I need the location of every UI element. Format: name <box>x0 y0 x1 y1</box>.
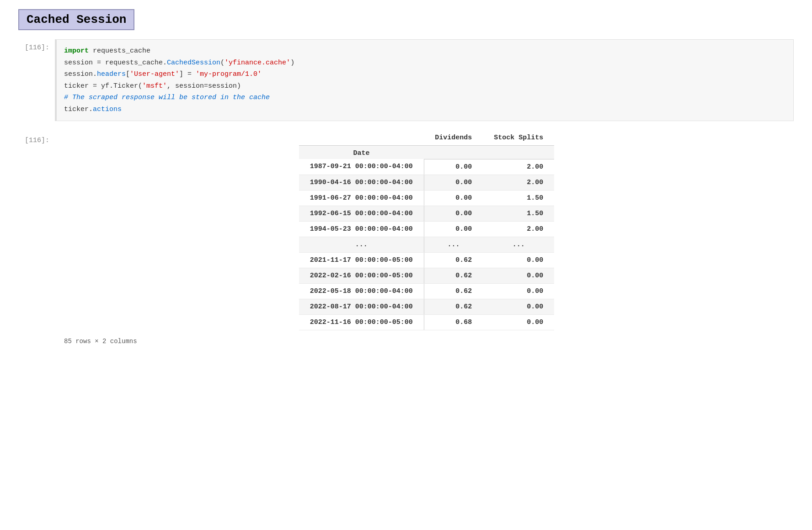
code-comment: # The scraped response will be stored in… <box>64 94 270 101</box>
keyword-import: import <box>64 47 89 55</box>
str-msft: 'msft' <box>142 82 167 90</box>
dividends-cell: 0.00 <box>424 221 483 237</box>
input-cell: [116]: import requests_cache session = r… <box>18 39 794 121</box>
splits-cell: 0.00 <box>483 268 554 283</box>
col-header-dividends: Dividends <box>424 132 483 146</box>
str-yfinance-cache: 'yfinance.cache' <box>224 59 290 67</box>
code-line-4: ticker = yf.Ticker('msft', session=sessi… <box>64 80 786 92</box>
date-cell: 1992-06-15 00:00:00-04:00 <box>299 206 424 221</box>
code-block: import requests_cache session = requests… <box>55 39 794 121</box>
dividends-cell: 0.68 <box>424 314 483 330</box>
dividends-cell: 0.62 <box>424 283 483 299</box>
dividends-cell: 0.00 <box>424 206 483 221</box>
dividends-cell: ... <box>424 237 483 252</box>
code-text: ) <box>290 59 294 67</box>
output-section: Dividends Stock Splits Date 1987-09-21 0… <box>55 132 794 345</box>
table-row: 1994-05-23 00:00:00-04:000.002.00 <box>299 221 555 237</box>
col-subheader-spl <box>483 146 554 159</box>
dividends-cell: 0.62 <box>424 299 483 314</box>
date-cell: 2021-11-17 00:00:00-05:00 <box>299 252 424 268</box>
table-row: 1987-09-21 00:00:00-04:000.002.00 <box>299 159 555 175</box>
page-container: Cached Session [116]: import requests_ca… <box>0 0 812 354</box>
heading-section: Cached Session <box>18 9 794 30</box>
table-row: 2022-05-18 00:00:00-04:000.620.00 <box>299 283 555 299</box>
date-cell: 2022-05-18 00:00:00-04:00 <box>299 283 424 299</box>
splits-cell: 2.00 <box>483 221 554 237</box>
dataframe-wrapper: Dividends Stock Splits Date 1987-09-21 0… <box>55 132 794 345</box>
code-text: ( <box>220 59 224 67</box>
splits-cell: 2.00 <box>483 159 554 175</box>
splits-cell: 1.50 <box>483 190 554 206</box>
code-line-2: session = requests_cache.CachedSession('… <box>64 57 786 69</box>
code-text: session. <box>64 70 97 78</box>
splits-cell: 0.00 <box>483 252 554 268</box>
col-subheader-div <box>424 146 483 159</box>
row-count: 85 rows × 2 columns <box>59 338 794 345</box>
str-user-agent-val: 'my-program/1.0' <box>196 70 262 78</box>
code-text: ticker. <box>64 106 93 113</box>
table-row: 2021-11-17 00:00:00-05:000.620.00 <box>299 252 555 268</box>
splits-cell: 2.00 <box>483 175 554 190</box>
code-line-5: # The scraped response will be stored in… <box>64 92 786 104</box>
date-cell: 1987-09-21 00:00:00-04:00 <box>299 159 424 175</box>
code-text: ticker = yf.Ticker( <box>64 82 142 90</box>
date-cell: 2022-11-16 00:00:00-05:00 <box>299 314 424 330</box>
dataframe-table: Dividends Stock Splits Date 1987-09-21 0… <box>299 132 555 330</box>
date-cell: 2022-08-17 00:00:00-04:00 <box>299 299 424 314</box>
output-cell: [116]: Dividends Stock Splits Date <box>18 132 794 345</box>
date-cell: 1994-05-23 00:00:00-04:00 <box>299 221 424 237</box>
table-row: ......... <box>299 237 555 252</box>
splits-cell: 0.00 <box>483 299 554 314</box>
table-row: 1992-06-15 00:00:00-04:000.001.50 <box>299 206 555 221</box>
index-name-row: Date <box>299 146 555 159</box>
date-cell: 1991-06-27 00:00:00-04:00 <box>299 190 424 206</box>
str-user-agent-key: 'User-agent' <box>130 70 179 78</box>
page-title: Cached Session <box>18 9 134 30</box>
code-text: , session=session) <box>167 82 241 90</box>
dividends-cell: 0.00 <box>424 190 483 206</box>
dividends-cell: 0.00 <box>424 159 483 175</box>
fn-cached-session: CachedSession <box>167 59 220 67</box>
splits-cell: ... <box>483 237 554 252</box>
date-cell: ... <box>299 237 424 252</box>
splits-cell: 0.00 <box>483 314 554 330</box>
dividends-cell: 0.62 <box>424 268 483 283</box>
prop-headers: headers <box>97 70 126 78</box>
code-text: [ <box>126 70 130 78</box>
code-text: ] = <box>179 70 196 78</box>
table-row: 2022-02-16 00:00:00-05:000.620.00 <box>299 268 555 283</box>
dividends-cell: 0.00 <box>424 175 483 190</box>
col-header-splits: Stock Splits <box>483 132 554 146</box>
col-header-row: Dividends Stock Splits <box>299 132 555 146</box>
table-body: 1987-09-21 00:00:00-04:000.002.001990-04… <box>299 159 555 330</box>
table-row: 1990-04-16 00:00:00-04:000.002.00 <box>299 175 555 190</box>
cell-input-number: [116]: <box>18 39 55 121</box>
code-text: requests_cache <box>93 47 150 55</box>
index-header-date: Date <box>299 146 424 159</box>
table-row: 2022-08-17 00:00:00-04:000.620.00 <box>299 299 555 314</box>
dividends-cell: 0.62 <box>424 252 483 268</box>
code-text: session = requests_cache. <box>64 59 167 67</box>
code-line-6: ticker.actions <box>64 104 786 116</box>
splits-cell: 1.50 <box>483 206 554 221</box>
col-header-date <box>299 132 424 146</box>
cell-output-number: [116]: <box>18 132 55 345</box>
code-line-1: import requests_cache <box>64 45 786 57</box>
code-line-3: session.headers['User-agent'] = 'my-prog… <box>64 69 786 80</box>
date-cell: 2022-02-16 00:00:00-05:00 <box>299 268 424 283</box>
table-row: 2022-11-16 00:00:00-05:000.680.00 <box>299 314 555 330</box>
prop-actions: actions <box>93 106 122 113</box>
date-cell: 1990-04-16 00:00:00-04:00 <box>299 175 424 190</box>
splits-cell: 0.00 <box>483 283 554 299</box>
table-row: 1991-06-27 00:00:00-04:000.001.50 <box>299 190 555 206</box>
